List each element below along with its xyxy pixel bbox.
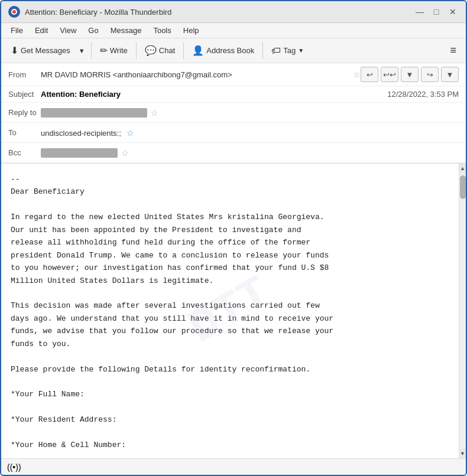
menu-go[interactable]: Go: [83, 25, 103, 36]
tag-icon: 🏷: [271, 45, 281, 56]
get-messages-icon: ⬇: [11, 45, 18, 56]
subject-value: Attention: Beneficiary: [41, 90, 387, 99]
email-date: 12/28/2022, 3:53 PM: [387, 90, 459, 99]
window-title: Attention: Beneficiary - Mozilla Thunder…: [25, 8, 171, 17]
chat-button[interactable]: 💬 Chat: [140, 43, 180, 58]
more-actions-dropdown[interactable]: ▼: [401, 67, 419, 82]
main-window: Attention: Beneficiary - Mozilla Thunder…: [0, 0, 467, 476]
header-actions: ↩ ↩↩ ▼ ↪ ▼: [361, 67, 459, 82]
address-book-label: Address Book: [206, 46, 254, 55]
scrollbar: ▲ ▼: [459, 164, 466, 458]
menu-tools[interactable]: Tools: [148, 25, 176, 36]
toolbar-divider-4: [262, 43, 263, 59]
tag-label: Tag: [283, 46, 296, 55]
scrollbar-down-button[interactable]: ▼: [459, 449, 466, 458]
reply-to-label: Reply to: [8, 108, 41, 117]
from-value: MR DAVID MORRIS <anthoniaarchibong7@gmai…: [41, 70, 349, 79]
minimize-button[interactable]: —: [414, 6, 426, 18]
subject-row: Subject Attention: Beneficiary 12/28/202…: [1, 86, 466, 103]
toolbar-divider-1: [91, 43, 92, 59]
title-left: Attention: Beneficiary - Mozilla Thunder…: [8, 6, 171, 18]
hamburger-button[interactable]: ≡: [445, 42, 461, 59]
from-star-icon[interactable]: ☆: [353, 70, 361, 79]
reply-to-row: Reply to ☆: [1, 103, 466, 123]
menu-message[interactable]: Message: [106, 25, 147, 36]
forward-button[interactable]: ↪: [421, 67, 439, 82]
from-label: From: [8, 70, 41, 79]
to-label: To: [8, 128, 41, 137]
get-messages-dropdown[interactable]: ▼: [76, 45, 87, 57]
reply-button[interactable]: ↩: [361, 67, 378, 82]
bcc-star-icon[interactable]: ☆: [121, 148, 129, 158]
bcc-value: [41, 148, 118, 158]
to-row: To undisclosed-recipients:; ☆: [1, 123, 466, 143]
reply-to-value: [41, 108, 147, 118]
email-content: -- Dear Beneficiary In regard to the new…: [11, 173, 449, 452]
address-book-icon: 👤: [192, 45, 204, 56]
status-bar: ((•)): [1, 458, 466, 475]
subject-label: Subject: [8, 90, 41, 99]
toolbar-divider-2: [136, 43, 137, 59]
reply-to-star-icon[interactable]: ☆: [151, 108, 158, 118]
menu-edit[interactable]: Edit: [30, 25, 53, 36]
address-book-button[interactable]: 👤 Address Book: [187, 43, 259, 58]
svg-point-2: [12, 10, 16, 14]
tag-button[interactable]: 🏷 Tag ▼: [267, 43, 309, 58]
bcc-label: Bcc: [8, 148, 41, 157]
email-body-container: DTT -- Dear Beneficiary In regard to the…: [1, 164, 466, 458]
bcc-row: Bcc ☆: [1, 143, 466, 163]
tag-dropdown-icon: ▼: [298, 47, 304, 54]
write-label: Write: [110, 46, 128, 55]
chat-icon: 💬: [145, 45, 157, 56]
app-icon: [8, 6, 20, 18]
title-bar: Attention: Beneficiary - Mozilla Thunder…: [1, 1, 466, 23]
close-button[interactable]: ✕: [447, 6, 459, 18]
menu-view[interactable]: View: [55, 25, 81, 36]
forward-dropdown[interactable]: ▼: [441, 67, 459, 82]
toolbar-divider-3: [183, 43, 184, 59]
to-star-icon[interactable]: ☆: [127, 128, 134, 138]
write-icon: ✏: [100, 45, 108, 56]
menu-bar: File Edit View Go Message Tools Help: [1, 23, 466, 38]
email-header: From MR DAVID MORRIS <anthoniaarchibong7…: [1, 63, 466, 164]
from-row: From MR DAVID MORRIS <anthoniaarchibong7…: [1, 63, 466, 86]
get-messages-label: Get Messages: [21, 46, 70, 55]
scrollbar-thumb[interactable]: [460, 175, 466, 199]
scrollbar-up-button[interactable]: ▲: [459, 164, 466, 173]
email-body[interactable]: DTT -- Dear Beneficiary In regard to the…: [1, 164, 459, 458]
toolbar: ⬇ Get Messages ▼ ✏ Write 💬 Chat 👤 Addres…: [1, 38, 466, 63]
to-value: undisclosed-recipients:; ☆: [41, 128, 459, 138]
window-controls: — □ ✕: [414, 6, 459, 18]
connection-status-icon: ((•)): [7, 462, 21, 472]
reply-all-button[interactable]: ↩↩: [381, 67, 398, 82]
chat-label: Chat: [159, 46, 175, 55]
write-button[interactable]: ✏ Write: [95, 43, 132, 58]
get-messages-button[interactable]: ⬇ Get Messages: [6, 43, 75, 58]
maximize-button[interactable]: □: [430, 6, 442, 18]
menu-file[interactable]: File: [6, 25, 28, 36]
menu-help[interactable]: Help: [179, 25, 204, 36]
